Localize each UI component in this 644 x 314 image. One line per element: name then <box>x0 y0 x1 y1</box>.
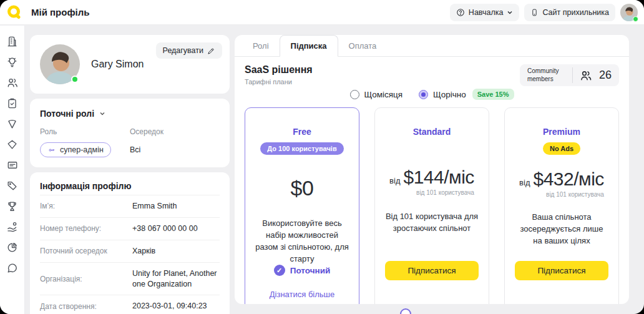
page-title: Мій профіль <box>31 7 89 17</box>
profile-avatar[interactable] <box>40 44 80 84</box>
tab-subscription[interactable]: Підписка <box>280 35 338 57</box>
sidebar-item-tasks[interactable] <box>6 97 19 109</box>
saas-subtitle: Тарифні плани <box>245 78 313 86</box>
plan-description: Від 101 користувача для зростаючих спіль… <box>385 211 479 235</box>
radio-checked-icon[interactable] <box>419 90 428 99</box>
plan-user-limit-badge: До 100 користувачів <box>260 142 343 155</box>
divider <box>572 67 573 83</box>
plan-name: Standard <box>413 127 451 137</box>
subscription-panel: Ролі Підписка Оплата SaaS рішення Тарифн… <box>235 35 629 304</box>
plan-description: Ваша спільнота зосереджується лише на ва… <box>515 212 608 247</box>
sidebar-item-building[interactable] <box>6 36 19 47</box>
role-badge[interactable]: супер-адмін <box>40 142 111 157</box>
community-members-count: 26 <box>599 69 612 82</box>
sidebar-item-statistics[interactable] <box>6 242 19 253</box>
learn-more-link[interactable]: Дізнатися більше <box>270 290 335 299</box>
info-row-created: Дата створення: 2023-03-01, 09:40:23 <box>40 295 220 314</box>
sidebar-item-chat[interactable] <box>6 262 19 274</box>
app-window: Мій профіль Навчалка Сайт прихильника <box>0 0 644 314</box>
training-button[interactable]: Навчалка <box>450 4 520 21</box>
plan-card-standard: Standard від $144/міс від 101 користувач… <box>374 107 489 304</box>
info-value: Харків <box>132 246 220 257</box>
app-logo-icon[interactable] <box>6 4 22 21</box>
gem-icon <box>6 139 18 150</box>
sidebar-item-members[interactable] <box>6 77 19 89</box>
saas-title: SaaS рішення <box>245 64 313 76</box>
users-icon <box>579 69 593 82</box>
current-plan-indicator: ✓ Поточний <box>274 265 331 276</box>
plan-name: Free <box>293 127 311 137</box>
plan-description: Використовуйте весь набір можливостей ра… <box>255 218 349 265</box>
sidebar-icon-rail <box>0 26 25 314</box>
verified-badge-icon: ✓ <box>274 265 285 276</box>
role-badge-label: супер-адмін <box>60 145 104 154</box>
info-row-organization: Організація: Unity for Planet, Another o… <box>40 262 220 295</box>
info-value: Unity for Planet, Another one Organizati… <box>132 268 220 290</box>
info-value: 2023-03-01, 09:40:23 <box>132 301 220 312</box>
no-ads-badge: No Ads <box>543 142 580 155</box>
community-members-label: Community members <box>527 67 566 83</box>
info-label: Дата створення: <box>40 302 132 311</box>
current-roles-header[interactable]: Поточні ролі <box>40 109 220 119</box>
community-members-widget: Community members 26 <box>520 64 619 86</box>
billing-yearly-option[interactable]: Щорічно <box>419 90 466 99</box>
profile-info-card: Інформація профілю Ім’я: Emma Smith Номе… <box>30 172 230 314</box>
edit-profile-button[interactable]: Редагувати <box>156 42 222 59</box>
sidebar-item-guard[interactable] <box>6 118 19 130</box>
radio-unchecked-icon[interactable] <box>350 90 359 99</box>
profile-info-title: Інформація профілю <box>40 181 220 195</box>
plan-price: $144/міс <box>404 167 474 188</box>
info-label: Ім’я: <box>40 202 132 210</box>
pie-chart-icon <box>6 242 18 253</box>
content-area: Gary Simon Редагувати Поточні ролі Роль … <box>25 25 644 314</box>
online-status-dot <box>633 16 638 22</box>
top-bar: Мій профіль Навчалка Сайт прихильника <box>0 0 644 25</box>
price-note: від 101 користувача <box>416 189 474 196</box>
training-button-label: Навчалка <box>469 8 504 17</box>
sidebar-item-gem[interactable] <box>6 139 19 150</box>
banner-icon <box>6 159 19 171</box>
user-avatar[interactable] <box>620 4 638 21</box>
sidebar-item-achievements[interactable] <box>6 200 19 212</box>
pricing-plans: Free До 100 користувачів $0 Використовуй… <box>245 107 619 304</box>
subscribe-button[interactable]: Підписатися <box>385 261 479 280</box>
billing-monthly-option[interactable]: Щомісяця <box>350 90 403 99</box>
info-row-cell: Поточний осередок Харків <box>40 240 220 262</box>
chat-icon <box>6 262 18 274</box>
help-circle-icon <box>456 8 465 17</box>
subscribe-button[interactable]: Підписатися <box>515 261 608 280</box>
cell-value: Всі <box>130 145 220 154</box>
phone-icon <box>530 8 539 17</box>
sidebar-item-ideas[interactable] <box>6 56 19 68</box>
trophy-icon <box>6 200 18 212</box>
key-icon <box>47 146 56 154</box>
chevron-down-icon <box>507 9 513 16</box>
info-row-phone: Номер телефону: +38 067 000 00 00 <box>40 217 220 240</box>
shield-icon <box>6 118 18 130</box>
tab-roles[interactable]: Ролі <box>242 36 280 56</box>
role-column-header: Роль <box>40 127 130 136</box>
profile-online-status-dot <box>71 76 79 83</box>
subscription-tab-content: SaaS рішення Тарифні плани Community mem… <box>235 57 629 304</box>
plan-card-premium: Premium No Ads від $432/міс від 101 кори… <box>504 107 619 304</box>
plan-name: Premium <box>543 127 580 137</box>
supporter-site-button-label: Сайт прихильника <box>542 8 609 17</box>
plan-card-free: Free До 100 користувачів $0 Використовуй… <box>245 107 359 304</box>
price-prefix: від <box>389 176 400 185</box>
tab-payment[interactable]: Оплата <box>338 36 388 56</box>
volunteer-icon <box>6 221 19 233</box>
pencil-icon <box>207 47 215 55</box>
info-label: Поточний осередок <box>40 247 132 255</box>
tag-icon <box>6 180 18 192</box>
users-icon <box>6 77 19 89</box>
supporter-site-button[interactable]: Сайт прихильника <box>524 4 615 21</box>
sidebar-item-tags[interactable] <box>6 180 19 192</box>
plan-price: $432/міс <box>534 169 604 190</box>
current-roles-title: Поточні ролі <box>40 109 94 119</box>
sidebar-item-news[interactable] <box>6 159 19 171</box>
billing-period-toggle: Щомісяця Щорічно Save 15% <box>245 89 619 100</box>
plan-price: $0 <box>291 176 314 200</box>
sidebar-item-volunteering[interactable] <box>6 221 19 233</box>
current-plan-label: Поточний <box>290 266 331 275</box>
profile-name: Gary Simon <box>91 59 144 70</box>
